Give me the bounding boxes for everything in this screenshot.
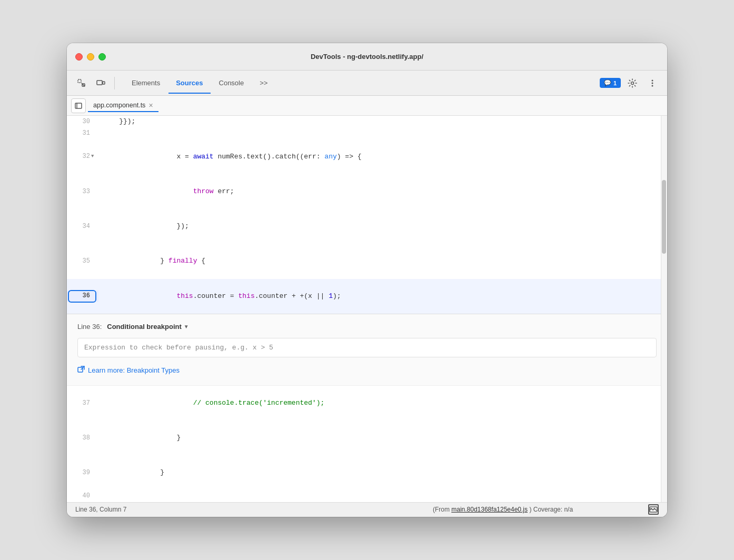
toolbar-divider [114,77,115,89]
more-options-button[interactable] [644,75,661,92]
line-number-34[interactable]: 34 [67,221,98,232]
minimize-button[interactable] [87,53,94,61]
notification-badge[interactable]: 💬 1 [600,78,621,88]
scrollbar[interactable] [661,116,667,502]
devtools-toolbar: Elements Sources Console >> 💬 1 [67,71,667,96]
line-content-33: throw err; [98,174,667,209]
code-line-35: 35 } finally { [67,244,667,278]
code-line-34: 34 }); [67,209,667,244]
code-line-33: 33 throw err; [67,174,667,209]
code-editor-after: 37 // console.trace('incremented'); 38 }… [67,385,667,502]
line-content-35: } finally { [98,244,667,278]
toolbar-right: 💬 1 [600,75,661,92]
breakpoint-panel: Line 36: Conditional breakpoint ▼ Expres… [67,314,667,385]
svg-rect-0 [78,79,81,83]
bp-expression-input[interactable]: Expression to check before pausing, e.g.… [77,338,657,357]
svg-point-7 [652,85,653,86]
line-number-35[interactable]: 35 [67,256,98,266]
line-content-38: } [98,421,667,455]
line-number-36[interactable]: 36 [67,291,98,301]
code-line-38: 38 } [67,421,667,455]
code-line-40: 40 [67,491,667,502]
svg-point-6 [652,82,653,84]
svg-point-4 [631,82,634,84]
line-number-31[interactable]: 31 [67,128,98,138]
line-content-36: this.counter = this.counter + +(x || 1); [98,279,667,314]
line-number-33[interactable]: 33 [67,186,98,197]
tab-more[interactable]: >> [252,76,275,90]
bp-header: Line 36: Conditional breakpoint ▼ [77,323,657,331]
window-title: DevTools - ng-devtools.netlify.app/ [311,53,423,61]
notification-icon: 💬 [604,79,611,86]
code-editor: 30 }}); 31 32 ▼ x = await numRes.text().… [67,116,667,314]
line-number-37[interactable]: 37 [67,398,98,408]
line-content-32: x = await numRes.text().catch((err: any)… [98,139,667,174]
file-tab-bar: app.component.ts × [67,96,667,116]
line-number-39[interactable]: 39 [67,467,98,478]
tab-elements[interactable]: Elements [124,76,167,90]
tab-sources[interactable]: Sources [168,76,210,90]
bp-learn-more-text: Learn more: Breakpoint Types [88,366,180,374]
file-tab[interactable]: app.component.ts × [88,99,158,112]
bp-dropdown-arrow: ▼ [184,324,189,329]
tab-console[interactable]: Console [212,76,252,90]
line-content-37: // console.trace('incremented'); [98,386,667,421]
scrollbar-thumb[interactable] [662,180,666,254]
devtools-window: DevTools - ng-devtools.netlify.app/ Elem… [67,43,667,516]
line-number-40[interactable]: 40 [67,491,98,501]
code-line-31: 31 [67,127,667,139]
code-area: 30 }}); 31 32 ▼ x = await numRes.text().… [67,116,667,502]
code-line-37: 37 // console.trace('incremented'); [67,386,667,421]
line-content-39: } [98,455,667,490]
bp-type-selector[interactable]: Conditional breakpoint ▼ [107,323,189,331]
title-bar: DevTools - ng-devtools.netlify.app/ [67,43,667,71]
settings-button[interactable] [624,75,641,92]
code-line-30: 30 }}); [67,116,667,127]
status-source-file[interactable]: main.80d1368fa125e4e0.js [451,506,528,513]
sidebar-toggle-button[interactable] [71,98,86,113]
line-number-32[interactable]: 32 ▼ [67,151,98,162]
line-content-30: }}); [98,116,667,127]
svg-rect-2 [97,81,102,85]
svg-rect-8 [75,103,82,108]
status-right [648,504,659,515]
line-content-34: }); [98,209,667,244]
status-bar: Line 36, Column 7 (From main.80d1368fa12… [67,502,667,517]
bp-line-label: Line 36: [77,323,102,331]
code-line-39: 39 } [67,455,667,490]
maximize-button[interactable] [98,53,106,61]
tab-nav: Elements Sources Console >> [124,76,598,90]
code-line-36: 36 this.counter = this.counter + +(x || … [67,279,667,314]
file-tab-close-button[interactable]: × [148,102,153,109]
status-position: Line 36, Column 7 [75,506,358,513]
close-button[interactable] [75,53,83,61]
inspect-element-button[interactable] [73,75,90,92]
traffic-lights [75,53,106,61]
status-source-label: (From [433,506,450,513]
svg-rect-3 [103,82,105,84]
line-number-30[interactable]: 30 [67,116,98,127]
file-tab-name: app.component.ts [93,102,145,109]
bp-learn-more-link[interactable]: Learn more: Breakpoint Types [77,366,657,375]
line-number-38[interactable]: 38 [67,433,98,443]
bp-type-label: Conditional breakpoint [107,323,182,331]
notification-count: 1 [613,80,617,86]
status-source-suffix: ) [529,506,531,513]
status-coverage: Coverage: n/a [533,506,573,513]
external-link-icon [77,366,85,375]
screenshot-icon[interactable] [648,504,659,515]
svg-point-5 [652,79,653,81]
code-line-32: 32 ▼ x = await numRes.text().catch((err:… [67,139,667,174]
device-toolbar-button[interactable] [92,75,109,92]
status-source: (From main.80d1368fa125e4e0.js ) Coverag… [362,506,644,513]
